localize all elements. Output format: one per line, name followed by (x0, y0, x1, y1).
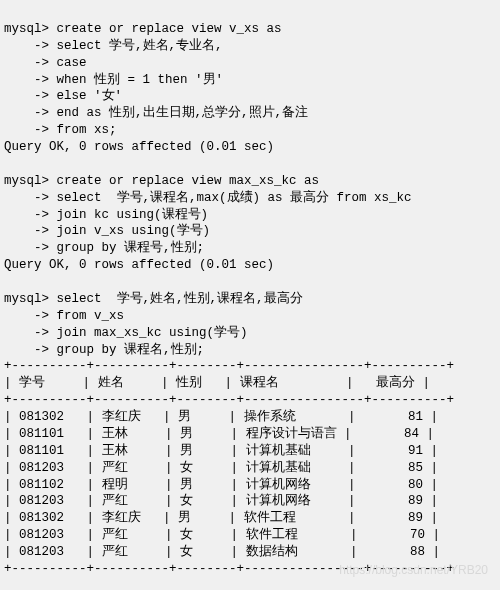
terminal-output: mysql> create or replace view v_xs as ->… (4, 21, 496, 590)
